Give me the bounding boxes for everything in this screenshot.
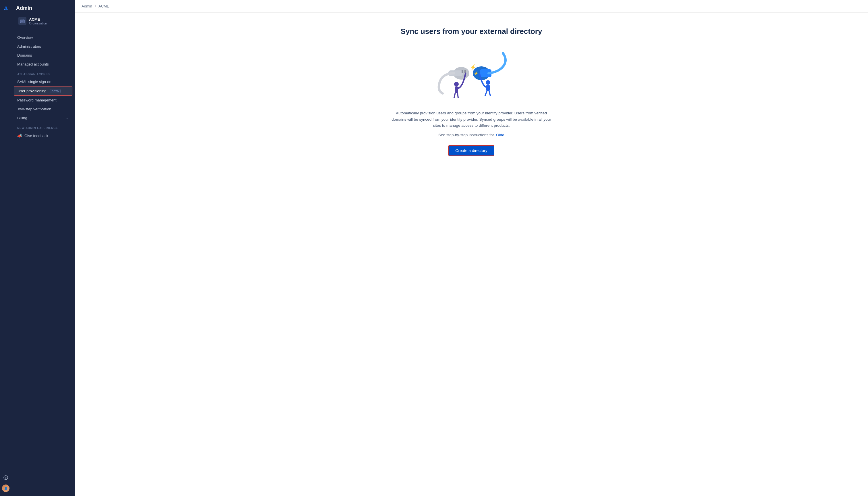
main-description: Automatically provision users and groups… <box>388 110 554 129</box>
help-button[interactable]: ? <box>2 474 10 482</box>
svg-point-15 <box>454 82 459 87</box>
sidebar-item-saml-sso[interactable]: SAML single sign-on <box>12 77 75 86</box>
sidebar-title: Admin <box>16 5 70 11</box>
sidebar-item-managed-accounts[interactable]: Managed accounts <box>12 60 75 69</box>
step-link-anchor[interactable]: Okta <box>496 133 504 137</box>
sidebar-nav: Overview Administrators Domains Managed … <box>12 31 75 142</box>
atlassian-logo[interactable] <box>2 4 10 12</box>
left-rail: ? 👤 <box>0 0 12 496</box>
sidebar-item-domains-label: Domains <box>17 53 32 58</box>
sidebar-item-saml-label: SAML single sign-on <box>17 80 51 84</box>
svg-point-17 <box>486 80 490 85</box>
svg-rect-18 <box>486 85 490 91</box>
sidebar-item-administrators-label: Administrators <box>17 44 41 49</box>
sync-illustration: ⚡ ⚡ <box>431 45 512 102</box>
sidebar-item-billing[interactable]: Billing → <box>12 113 75 122</box>
sidebar-item-two-step-label: Two-step verification <box>17 107 51 111</box>
sidebar: Admin ACME Organization Overview Admini <box>12 0 75 496</box>
sidebar-item-user-provisioning[interactable]: User provisioning BETA <box>14 86 73 96</box>
sidebar-item-domains[interactable]: Domains <box>12 51 75 60</box>
breadcrumb: Admin / ACME <box>75 0 868 13</box>
section-label-atlassian-access: ATLASSIAN ACCESS <box>12 69 75 77</box>
svg-rect-16 <box>455 87 458 93</box>
billing-arrow: → <box>65 116 69 120</box>
sidebar-item-billing-label: Billing <box>17 116 27 120</box>
org-card[interactable]: ACME Organization <box>16 15 70 27</box>
breadcrumb-separator: / <box>95 4 96 8</box>
breadcrumb-current: ACME <box>98 4 109 8</box>
sidebar-item-overview-label: Overview <box>17 35 33 40</box>
sidebar-item-overview[interactable]: Overview <box>12 33 75 42</box>
user-avatar[interactable]: 👤 <box>2 484 10 492</box>
org-name: ACME <box>29 17 47 21</box>
megaphone-icon: 📣 <box>17 133 22 138</box>
sidebar-item-two-step-verification[interactable]: Two-step verification <box>12 105 75 113</box>
org-icon <box>18 17 27 25</box>
org-type: Organization <box>29 21 47 25</box>
svg-text:⚡: ⚡ <box>473 71 479 76</box>
section-label-new-admin: NEW ADMIN EXPERIENCE <box>12 122 75 131</box>
svg-text:⚡: ⚡ <box>470 64 477 71</box>
page-title: Sync users from your external directory <box>401 27 542 36</box>
step-link-prefix: See step-by-step instructions for <box>438 133 494 137</box>
sidebar-item-administrators[interactable]: Administrators <box>12 42 75 51</box>
main-content: Admin / ACME Sync users from your extern… <box>75 0 868 496</box>
give-feedback-label: Give feedback <box>25 134 48 138</box>
create-directory-button[interactable]: Create a directory <box>448 145 494 156</box>
sidebar-item-user-provisioning-label: User provisioning <box>17 89 46 93</box>
svg-text:?: ? <box>5 477 6 479</box>
sidebar-header: Admin ACME Organization <box>12 3 75 31</box>
sidebar-item-give-feedback[interactable]: 📣 Give feedback <box>12 131 75 140</box>
breadcrumb-admin-link[interactable]: Admin <box>82 4 92 8</box>
beta-badge: BETA <box>50 89 61 93</box>
page-body: Sync users from your external directory … <box>75 13 868 496</box>
step-link-text: See step-by-step instructions for Okta <box>438 133 504 137</box>
sidebar-item-password-label: Password management <box>17 98 57 102</box>
sidebar-item-password-management[interactable]: Password management <box>12 96 75 105</box>
sidebar-item-managed-accounts-label: Managed accounts <box>17 62 49 66</box>
svg-rect-9 <box>462 70 463 73</box>
